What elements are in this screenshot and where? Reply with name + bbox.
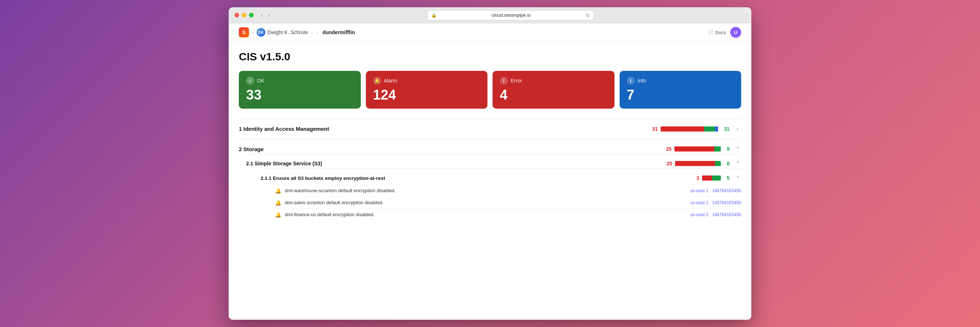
browser-window: ‹ › 🔒 cloud.steampipe.io ↻ S › DK Dwight… <box>229 7 751 320</box>
storage-chevron-icon: ⌃ <box>734 146 741 153</box>
storage-progress-ok <box>714 147 721 152</box>
result-region-0: us-east-1 <box>690 188 708 193</box>
reload-button[interactable]: ↻ <box>586 12 590 18</box>
url-text: cloud.steampipe.io <box>439 12 584 18</box>
iam-title: 1 Identity and Access Management <box>239 126 652 132</box>
iam-chevron-icon: › <box>734 126 741 132</box>
result-text-2: dmi-finance-us default encryption disabl… <box>285 212 690 217</box>
error-icon: ! <box>500 77 508 85</box>
result-row-0: 🔔 dmi-warehouse-scranton default encrypt… <box>275 185 741 196</box>
app-content: S › DK Dwight K. Schrute ⌄ › dundermiffl… <box>229 23 751 320</box>
nav-buttons: ‹ › <box>259 11 272 19</box>
storage-ok-count: 9 <box>727 146 730 152</box>
alarm-value: 124 <box>373 88 480 103</box>
storage-progress-alarm <box>675 147 714 152</box>
s3-ok-count: 8 <box>727 161 730 166</box>
score-card-error[interactable]: ! Error 4 <box>493 71 614 108</box>
score-card-alarm-header: 🔔 Alarm <box>373 77 480 85</box>
iam-progress <box>660 126 718 132</box>
user-avatar: DK <box>257 28 265 37</box>
s3-alarm-count: 25 <box>667 161 673 166</box>
page-title: CIS v1.5.0 <box>239 51 741 63</box>
s3-title: 2.1 Simple Storage Service (S3) <box>246 161 667 166</box>
check-groups: 1 Identity and Access Management 31 31 › <box>239 119 741 234</box>
iam-progress-alarm <box>660 126 704 132</box>
error-value: 4 <box>500 88 607 103</box>
app-logo[interactable]: S <box>239 27 249 37</box>
ok-value: 33 <box>246 88 353 103</box>
docs-label: Docs <box>715 30 726 35</box>
encryption-progress-ok <box>712 175 721 180</box>
result-account-2: 146794183450 <box>712 212 741 217</box>
result-meta-2: us-east-2 146794183450 <box>690 212 741 217</box>
info-label: Info <box>638 78 646 84</box>
ok-icon: ✓ <box>246 77 254 85</box>
s3-progress-ok <box>715 161 721 166</box>
check-item-encryption-header[interactable]: 2.1.1 Ensure all S3 buckets employ encry… <box>261 173 741 183</box>
encryption-chevron-icon: ⌃ <box>734 175 741 182</box>
result-meta-0: us-east-1 146794183450 <box>690 188 741 193</box>
encryption-title: 2.1.1 Ensure all S3 buckets employ encry… <box>261 175 696 181</box>
info-icon: i <box>627 77 635 85</box>
iam-progress-info <box>715 126 718 132</box>
traffic-light-red[interactable] <box>234 13 239 18</box>
score-card-error-header: ! Error <box>500 77 607 85</box>
result-meta-1: us-east-1 146794183450 <box>690 200 741 205</box>
result-region-2: us-east-2 <box>690 212 708 217</box>
result-text-0: dmi-warehouse-scranton default encryptio… <box>285 188 690 193</box>
forward-button[interactable]: › <box>266 11 271 19</box>
lock-icon: 🔒 <box>431 13 437 18</box>
app-nav: S › DK Dwight K. Schrute ⌄ › dundermiffl… <box>229 23 751 42</box>
score-card-alarm[interactable]: 🔔 Alarm 124 <box>366 71 488 108</box>
browser-titlebar: ‹ › 🔒 cloud.steampipe.io ↻ <box>229 7 751 23</box>
score-card-info[interactable]: i Info 7 <box>620 71 741 108</box>
alarm-label: Alarm <box>384 78 398 84</box>
s3-progress-alarm <box>675 161 715 166</box>
main-content: CIS v1.5.0 ✓ OK 33 🔔 Alarm 124 <box>229 42 751 243</box>
nav-user[interactable]: DK Dwight K. Schrute ⌄ <box>257 28 313 37</box>
score-card-ok[interactable]: ✓ OK 33 <box>239 71 361 108</box>
error-label: Error <box>511 78 522 84</box>
result-alarm-icon-1: 🔔 <box>275 200 281 206</box>
score-card-info-header: i Info <box>627 77 734 85</box>
sub-group-s3-header[interactable]: 2.1 Simple Storage Service (S3) 25 8 ⌃ <box>246 159 741 169</box>
encryption-alarm-count: 3 <box>696 175 699 181</box>
storage-title: 2 Storage <box>239 146 666 152</box>
result-row-2: 🔔 dmi-finance-us default encryption disa… <box>275 209 741 220</box>
score-card-ok-header: ✓ OK <box>246 77 353 85</box>
nav-right: 📄 Docs U <box>708 27 741 38</box>
check-group-storage: 2 Storage 25 9 ⌃ 2.1 Simple Storage Serv… <box>239 139 741 234</box>
nav-chevron-1: › <box>252 29 254 35</box>
result-rows-encryption: 🔔 dmi-warehouse-scranton default encrypt… <box>275 185 741 220</box>
check-group-storage-header[interactable]: 2 Storage 25 9 ⌃ <box>239 144 741 154</box>
s3-progress <box>675 161 721 166</box>
address-bar[interactable]: 🔒 cloud.steampipe.io ↻ <box>427 10 594 20</box>
iam-ok-count: 31 <box>724 126 730 132</box>
ok-label: OK <box>257 78 264 84</box>
user-chevron: ⌄ <box>310 30 313 35</box>
workspace-name[interactable]: dundermifflin <box>322 29 355 35</box>
iam-progress-ok <box>704 126 715 132</box>
result-text-1: dmi-sales-scranton default encryption di… <box>285 200 690 205</box>
traffic-lights <box>234 13 254 18</box>
s3-chevron-icon: ⌃ <box>734 160 741 167</box>
alarm-icon: 🔔 <box>373 77 381 85</box>
back-button[interactable]: ‹ <box>259 11 264 19</box>
check-group-iam: 1 Identity and Access Management 31 31 › <box>239 119 741 139</box>
info-value: 7 <box>627 88 734 103</box>
docs-link[interactable]: 📄 Docs <box>708 30 726 35</box>
result-region-1: us-east-1 <box>690 200 708 205</box>
result-row-1: 🔔 dmi-sales-scranton default encryption … <box>275 196 741 209</box>
traffic-light-yellow[interactable] <box>242 13 247 18</box>
check-item-encryption: 2.1.1 Ensure all S3 buckets employ encry… <box>261 169 741 225</box>
result-alarm-icon-0: 🔔 <box>275 188 281 194</box>
encryption-ok-count: 5 <box>727 175 730 181</box>
encryption-progress-alarm <box>702 175 712 180</box>
traffic-light-green[interactable] <box>249 13 254 18</box>
iam-alarm-count: 31 <box>652 126 658 132</box>
account-avatar[interactable]: U <box>730 27 741 38</box>
score-cards: ✓ OK 33 🔔 Alarm 124 ! Error <box>239 71 741 108</box>
sub-group-s3: 2.1 Simple Storage Service (S3) 25 8 ⌃ <box>246 154 741 229</box>
check-group-iam-header[interactable]: 1 Identity and Access Management 31 31 › <box>239 124 741 134</box>
result-account-1: 146794183450 <box>712 200 741 205</box>
